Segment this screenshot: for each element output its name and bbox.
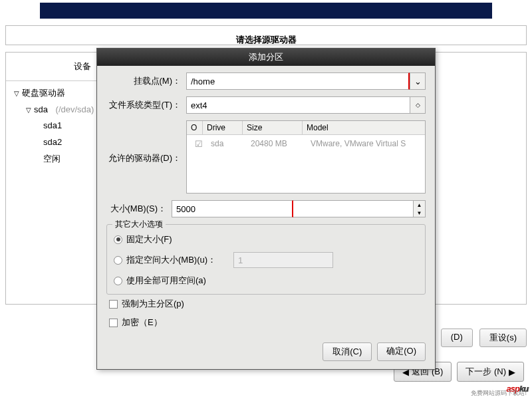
caret-down-icon: ▽ xyxy=(26,104,31,116)
size-options-group: 其它大小选项 固定大小(F) 指定空间大小(MB)(u)： 使用全部可用空间(a… xyxy=(106,224,426,295)
fstype-input[interactable] xyxy=(186,96,410,114)
radio-fillto[interactable]: 指定空间大小(MB)(u)： xyxy=(114,249,418,271)
d-button[interactable]: (D) xyxy=(441,329,473,347)
radio-fillall[interactable]: 使用全部可用空间(a) xyxy=(114,271,418,290)
mount-point-input[interactable] xyxy=(186,72,410,90)
reset-button[interactable]: 重设(s) xyxy=(479,329,527,347)
spin-up-icon[interactable]: ▲ xyxy=(414,201,425,209)
radio-icon xyxy=(114,256,122,265)
add-partition-dialog: 添加分区 挂载点(M)： ⌄ 文件系统类型(T)： ◇ 允许的驱动器(D)： O… xyxy=(96,48,436,370)
radio-icon xyxy=(114,235,122,244)
force-primary-checkbox[interactable]: 强制为主分区(p) xyxy=(106,295,426,313)
size-label: 大小(MB)(S)： xyxy=(106,200,172,215)
cancel-button[interactable]: 取消(C) xyxy=(323,342,372,361)
ok-button[interactable]: 确定(O) xyxy=(377,342,426,361)
partition-item[interactable]: sda2 xyxy=(43,134,62,151)
checkbox-icon xyxy=(109,319,118,327)
chevron-down-icon: ⌄ xyxy=(414,76,422,86)
spin-down-icon[interactable]: ▼ xyxy=(414,209,425,217)
partition-item[interactable]: sda1 xyxy=(43,118,62,134)
partition-item[interactable]: 空闲 xyxy=(43,151,61,168)
mount-point-dropdown[interactable]: ⌄ xyxy=(410,72,426,90)
fstype-dropdown[interactable]: ◇ xyxy=(410,96,426,114)
checkbox-checked-icon: ☑ xyxy=(195,139,203,149)
fillto-input xyxy=(233,252,333,268)
mount-point-label: 挂载点(M)： xyxy=(106,72,186,87)
updown-icon: ◇ xyxy=(416,102,420,108)
size-input-ext[interactable] xyxy=(293,200,414,217)
caret-down-icon: ▽ xyxy=(14,87,19,100)
size-input[interactable] xyxy=(172,200,293,217)
fstype-label: 文件系统类型(T)： xyxy=(106,96,186,111)
drive-list[interactable]: O Drive Size Model ☑ sda 20480 MB VMware… xyxy=(186,120,426,194)
checkbox-icon xyxy=(109,300,118,309)
watermark-sub: 免费网站源码下载站! xyxy=(471,389,527,398)
allowed-drives-label: 允许的驱动器(D)： xyxy=(106,120,186,164)
encrypt-checkbox[interactable]: 加密（E） xyxy=(106,313,426,332)
radio-fixed[interactable]: 固定大小(F) xyxy=(114,230,418,249)
dialog-title: 添加分区 xyxy=(97,49,435,66)
radio-icon xyxy=(114,277,122,285)
drive-row[interactable]: ☑ sda 20480 MB VMware, VMware Virtual S xyxy=(187,135,425,153)
